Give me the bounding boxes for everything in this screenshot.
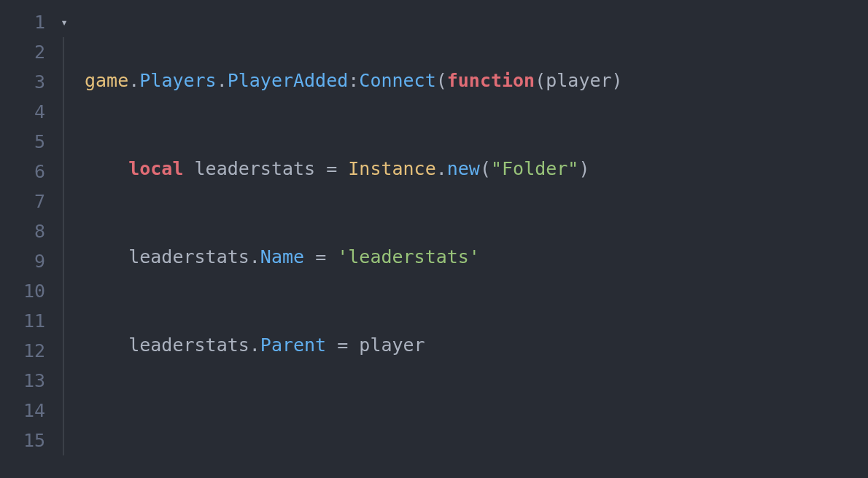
code-token: "Folder" [491, 158, 578, 179]
code-token: game [85, 70, 128, 91]
code-token: ( [535, 70, 546, 91]
code-token: PlayerAdded [228, 70, 349, 91]
line-number: 14 [0, 396, 45, 426]
fold-guide-line [63, 396, 64, 426]
line-number: 7 [0, 187, 45, 216]
code-token: function [447, 70, 535, 91]
line-number: 4 [0, 97, 45, 127]
code-token: ) [578, 158, 589, 179]
code-token: ( [436, 70, 447, 91]
code-folding-column: ▾ [58, 0, 85, 478]
code-token: player [359, 334, 425, 356]
code-line[interactable]: leaderstats.Parent = player [85, 330, 868, 360]
fold-guide-line [63, 157, 64, 187]
code-token: ( [480, 158, 491, 179]
code-token: = [315, 158, 348, 179]
line-number: 2 [0, 37, 45, 67]
code-token: . [249, 246, 260, 267]
code-line[interactable]: local leaderstats = Instance.new("Folder… [85, 154, 868, 184]
fold-guide-line [63, 366, 64, 396]
fold-toggle-icon[interactable]: ▾ [58, 13, 70, 32]
code-line[interactable] [85, 418, 868, 448]
indent [85, 246, 128, 267]
code-token: . [436, 158, 447, 179]
code-token: player [546, 70, 611, 91]
fold-guide-line [63, 67, 64, 97]
code-token: Instance [348, 158, 435, 179]
line-number: 9 [0, 246, 45, 276]
code-token: local [128, 158, 183, 179]
code-token: new [447, 158, 480, 179]
line-number-gutter: 1 2 3 4 5 6 7 8 9 10 11 12 13 14 15 [0, 0, 58, 478]
fold-guide-line [63, 426, 64, 455]
code-line[interactable]: leaderstats.Name = 'leaderstats' [85, 242, 868, 272]
fold-guide-line [63, 246, 64, 276]
line-number: 12 [0, 336, 45, 366]
code-token: Connect [359, 70, 435, 91]
code-token: . [217, 70, 228, 91]
line-number: 11 [0, 306, 45, 336]
line-number: 3 [0, 67, 45, 97]
code-token: leaderstats [195, 158, 316, 179]
line-number: 10 [0, 276, 45, 306]
code-token: ) [612, 70, 623, 91]
code-token: 'leaderstats' [337, 246, 480, 267]
code-token: . [128, 70, 139, 91]
fold-guide-line [63, 336, 64, 366]
line-number: 5 [0, 127, 45, 157]
fold-guide-line [63, 127, 64, 157]
line-number: 8 [0, 216, 45, 246]
line-number: 15 [0, 426, 45, 455]
fold-guide-line [63, 97, 64, 127]
line-number: 1 [0, 7, 45, 37]
fold-guide-line [63, 276, 64, 306]
code-token: leaderstats [128, 246, 249, 267]
code-line[interactable]: game.Players.PlayerAdded:Connect(functio… [85, 66, 868, 95]
fold-guide-line [63, 216, 64, 246]
code-token: : [348, 70, 359, 91]
fold-guide-line [63, 187, 64, 216]
line-number: 6 [0, 157, 45, 187]
code-token: . [249, 334, 260, 356]
fold-guide-line [63, 37, 64, 67]
code-token: Players [139, 70, 216, 91]
fold-guide-line [63, 306, 64, 336]
code-editor-area[interactable]: game.Players.PlayerAdded:Connect(functio… [85, 0, 868, 478]
code-token: = [304, 246, 337, 267]
code-token: Parent [260, 334, 326, 356]
code-token: = [326, 334, 359, 356]
code-token: leaderstats [128, 334, 249, 356]
indent [85, 158, 128, 179]
code-token: Name [260, 246, 304, 267]
line-number: 13 [0, 366, 45, 396]
code-token [183, 158, 194, 179]
indent [85, 334, 128, 356]
